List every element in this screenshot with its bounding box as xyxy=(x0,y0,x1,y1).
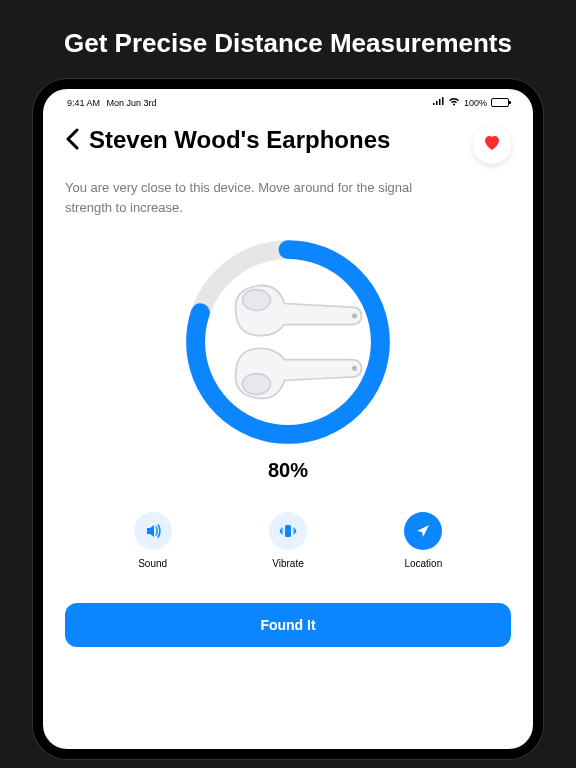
tablet-frame: 9:41 AM Mon Jun 3rd 100% Steven Wood's E… xyxy=(33,79,543,759)
wifi-icon xyxy=(448,97,460,108)
gauge-center xyxy=(183,237,393,447)
heart-icon xyxy=(483,135,501,156)
location-label: Location xyxy=(404,558,442,569)
description-text: You are very close to this device. Move … xyxy=(65,178,445,217)
tablet-screen: 9:41 AM Mon Jun 3rd 100% Steven Wood's E… xyxy=(43,89,533,749)
sound-action[interactable]: Sound xyxy=(113,512,193,569)
header-row: Steven Wood's Earphones xyxy=(65,126,511,164)
battery-percent: 100% xyxy=(464,98,487,108)
vibrate-label: Vibrate xyxy=(272,558,304,569)
back-icon[interactable] xyxy=(65,128,79,156)
action-row: Sound Vibrate Location xyxy=(65,512,511,569)
status-right: 100% xyxy=(432,97,509,108)
status-bar: 9:41 AM Mon Jun 3rd 100% xyxy=(65,89,511,112)
percent-label: 80% xyxy=(268,459,308,482)
location-action[interactable]: Location xyxy=(383,512,463,569)
vibrate-action[interactable]: Vibrate xyxy=(248,512,328,569)
svg-point-3 xyxy=(352,366,357,371)
svg-point-2 xyxy=(243,290,271,311)
sound-icon xyxy=(134,512,172,550)
promo-headline: Get Precise Distance Measurements xyxy=(64,28,512,59)
location-icon xyxy=(404,512,442,550)
status-time: 9:41 AM xyxy=(67,98,100,108)
found-it-button[interactable]: Found It xyxy=(65,603,511,647)
status-date: Mon Jun 3rd xyxy=(107,98,157,108)
svg-rect-5 xyxy=(285,525,291,537)
sound-label: Sound xyxy=(138,558,167,569)
signal-gauge xyxy=(183,237,393,447)
svg-point-1 xyxy=(243,374,271,395)
favorite-button[interactable] xyxy=(473,126,511,164)
svg-point-4 xyxy=(352,313,357,318)
earbuds-icon xyxy=(183,237,393,447)
device-title: Steven Wood's Earphones xyxy=(89,126,463,155)
status-left: 9:41 AM Mon Jun 3rd xyxy=(67,98,157,108)
battery-icon xyxy=(491,98,509,107)
signal-icon xyxy=(432,97,444,108)
signal-gauge-wrap: 80% xyxy=(65,237,511,482)
vibrate-icon xyxy=(269,512,307,550)
